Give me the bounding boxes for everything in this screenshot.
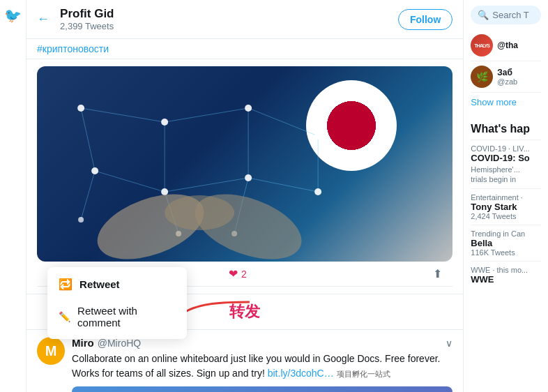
search-bar[interactable]: 🔍 Search T (471, 6, 541, 24)
tweet-count: 2,399 Tweets (60, 21, 398, 31)
miro-tweet-body: Collaborate on an online whiteboard just… (72, 352, 452, 381)
miro-link[interactable]: bit.ly/3dcohC… (268, 368, 334, 379)
heart-count: 2 (241, 269, 247, 280)
whats-happening-title: What's hap (471, 119, 541, 140)
svg-point-16 (314, 133, 321, 140)
wwe-category: WWE · this mo... (471, 266, 541, 274)
retweet-label: Retweet (79, 278, 120, 290)
miro-tweet: M Miro @MiroHQ ∨ Collaborate on an onlin… (26, 330, 463, 392)
search-text: Search T (492, 10, 529, 20)
wwe-item[interactable]: WWE · this mo... WWE (471, 261, 541, 289)
bella-name: Bella (471, 238, 541, 248)
retweet-dropdown: 🔁 Retweet ✏️ Retweet with comment (47, 267, 187, 339)
miro-preview: miro (72, 386, 452, 392)
svg-line-6 (165, 178, 248, 192)
zab-handle: @zab (497, 77, 517, 86)
zab-avatar-img: 🌿 (476, 71, 488, 82)
tweet-image (37, 66, 452, 262)
bella-category: Trending in Can (471, 229, 541, 238)
svg-line-1 (165, 108, 248, 122)
left-sidebar: 🐦 (0, 0, 26, 392)
trend-covid[interactable]: COVID-19 · LIV... COVID-19: So Hemispher… (471, 140, 541, 188)
svg-point-14 (161, 119, 168, 126)
share-icon: ⬆ (433, 267, 442, 280)
miro-avatar: M (37, 337, 65, 365)
profile-name: Profit Gid (60, 7, 398, 21)
share-action[interactable]: ⬆ (433, 267, 442, 280)
like-action[interactable]: ❤ 2 (229, 267, 247, 280)
svg-point-13 (77, 105, 84, 112)
tweet-text-area: Miro @MiroHQ ∨ Collaborate on an online … (72, 337, 452, 392)
svg-line-10 (81, 171, 95, 220)
svg-point-21 (78, 217, 84, 223)
zab-display: Заб (497, 68, 517, 77)
retweet-icon: 🔁 (59, 278, 73, 291)
who-to-follow: THALYS @tha 🌿 Заб @zab (471, 30, 541, 93)
svg-point-19 (245, 174, 252, 181)
bella-tweets: 116K Tweets (471, 248, 541, 257)
back-button[interactable]: ← (37, 12, 50, 27)
chevron-down-icon[interactable]: ∨ (446, 338, 452, 349)
network-overlay (37, 66, 452, 262)
tony-name: Tony Stark (471, 202, 541, 212)
thalys-avatar: THALYS (471, 34, 493, 56)
zab-info: Заб @zab (497, 68, 517, 86)
svg-point-17 (91, 167, 98, 174)
tony-category: Entertainment · (471, 193, 541, 202)
follow-item-zab: 🌿 Заб @zab (471, 61, 541, 93)
tony-stark-item[interactable]: Entertainment · Tony Stark 2,424 Tweets (471, 188, 541, 225)
bella-item[interactable]: Trending in Can Bella 116K Tweets (471, 225, 541, 261)
tony-tweets: 2,424 Tweets (471, 212, 541, 220)
wwe-name: WWE (471, 274, 541, 285)
heart-icon: ❤ (229, 267, 238, 280)
tweet-user-info: Miro @MiroHQ ∨ (72, 337, 452, 349)
svg-line-3 (81, 108, 95, 171)
profile-info: Profit Gid 2,399 Tweets (60, 7, 398, 31)
miro-handle: @MiroHQ (98, 338, 141, 349)
whats-happening: What's hap COVID-19 · LIV... COVID-19: S… (471, 119, 541, 289)
trend-covid-sub: Hemisphere'...trials begin in (471, 165, 541, 185)
trend-covid-category: COVID-19 · LIV... (471, 144, 541, 153)
thalys-info: @tha (497, 40, 518, 50)
crypto-link[interactable]: #криптоновости (26, 39, 463, 59)
svg-point-18 (161, 188, 168, 195)
tweet-user-row: M Miro @MiroHQ ∨ Collaborate on an onlin… (37, 337, 452, 392)
retweet-comment-label: Retweet with comment (77, 305, 176, 329)
right-sidebar: 🔍 Search T THALYS @tha 🌿 Заб @zab Show m… (464, 0, 548, 392)
profile-header: ← Profit Gid 2,399 Tweets Follow (26, 0, 463, 39)
svg-line-4 (95, 171, 165, 192)
action-row: 🔁 Retweet ✏️ Retweet with comment (37, 262, 452, 287)
pencil-icon: ✏️ (59, 311, 70, 322)
svg-point-15 (245, 105, 252, 112)
main-content: ← Profit Gid 2,399 Tweets Follow #крипто… (26, 0, 464, 392)
svg-point-20 (314, 188, 321, 195)
svg-line-2 (248, 108, 318, 136)
retweet-option[interactable]: 🔁 Retweet (47, 271, 187, 298)
tweet-image-container: 🔁 Retweet ✏️ Retweet with comment (26, 59, 463, 294)
show-more-button[interactable]: Show more (471, 93, 541, 112)
miro-username: Miro (72, 337, 94, 349)
search-icon: 🔍 (478, 10, 489, 20)
twitter-logo: 🐦 (4, 7, 22, 24)
follow-item-thalys: THALYS @tha (471, 30, 541, 61)
svg-line-0 (81, 108, 165, 122)
thalys-name: @tha (497, 40, 518, 50)
svg-line-8 (248, 178, 318, 192)
watermark: 项目孵化一站式 (337, 370, 390, 378)
svg-point-26 (165, 195, 234, 230)
follow-button[interactable]: Follow (398, 9, 452, 30)
zab-avatar: 🌿 (471, 66, 493, 88)
retweet-with-comment-option[interactable]: ✏️ Retweet with comment (47, 298, 187, 336)
trend-covid-title: COVID-19: So (471, 153, 541, 165)
